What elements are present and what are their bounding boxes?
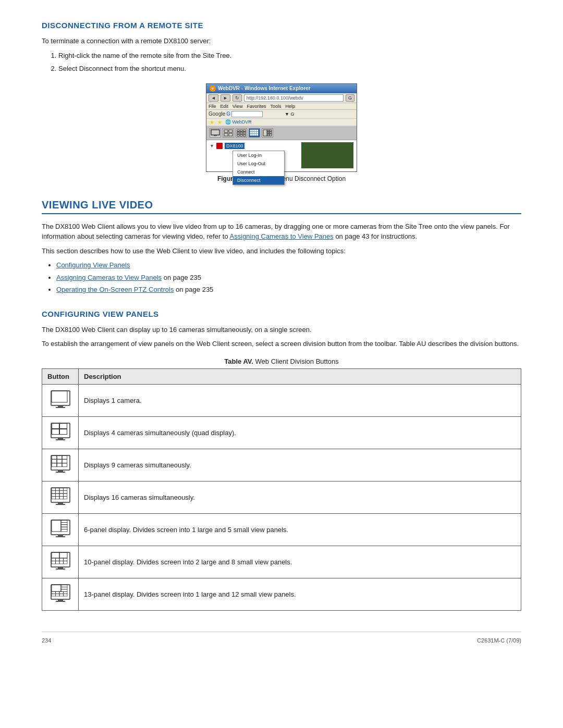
svg-rect-20 bbox=[252, 132, 254, 133]
webdvr-bookmark[interactable]: 🌐 WebDVR bbox=[225, 119, 252, 125]
svg-rect-13 bbox=[240, 134, 242, 137]
svg-rect-28 bbox=[267, 130, 269, 131]
browser-title: WebDVR - Windows Internet Explorer bbox=[218, 85, 311, 91]
svg-rect-37 bbox=[56, 407, 65, 408]
toolbar-btn-2[interactable] bbox=[223, 128, 234, 138]
svg-rect-75 bbox=[56, 504, 65, 505]
svg-rect-6 bbox=[237, 130, 239, 132]
svg-rect-3 bbox=[229, 130, 232, 132]
svg-rect-30 bbox=[267, 132, 269, 133]
svg-rect-5 bbox=[229, 133, 232, 136]
context-menu: User Log-In User Log-Out Connect Disconn… bbox=[232, 151, 285, 185]
table-cell-desc: Displays 1 camera. bbox=[79, 384, 521, 416]
screenshot-container: e WebDVR - Windows Internet Explorer ◄ ►… bbox=[42, 83, 521, 182]
toolbar-btn-3[interactable] bbox=[236, 128, 247, 138]
svg-rect-97 bbox=[56, 569, 65, 570]
svg-rect-0 bbox=[211, 130, 219, 135]
col-desc: Description bbox=[79, 368, 521, 384]
site-icon bbox=[216, 143, 223, 149]
ie-logo: e bbox=[210, 85, 216, 92]
link-configuring-view[interactable]: Configuring View Panels bbox=[56, 261, 130, 269]
table-cell-button bbox=[42, 513, 79, 546]
toolbar-btn-1[interactable] bbox=[210, 128, 221, 138]
configuring-para1: The DX8100 Web Client can display up to … bbox=[42, 325, 521, 335]
table-cell-desc: Displays 4 cameras simultaneously (quad … bbox=[79, 416, 521, 449]
viewing-intro1: The DX8100 Web Client allows you to view… bbox=[42, 221, 521, 242]
svg-rect-18 bbox=[256, 130, 258, 131]
table-cell-desc: Displays 9 cameras simultaneously. bbox=[79, 449, 521, 481]
link-ptz-controls[interactable]: Operating the On-Screen PTZ Controls bbox=[56, 286, 174, 293]
menu-view[interactable]: View bbox=[232, 104, 242, 109]
link-assigning-view[interactable]: Assigning Cameras to View Panels bbox=[56, 274, 162, 281]
table-row: Displays 1 camera. bbox=[42, 384, 521, 416]
camera-preview bbox=[301, 142, 353, 168]
back-btn[interactable]: ◄ bbox=[209, 94, 218, 102]
svg-rect-11 bbox=[243, 132, 246, 134]
svg-rect-2 bbox=[224, 130, 228, 132]
svg-rect-84 bbox=[56, 536, 65, 537]
star-icon-2: ★ bbox=[217, 119, 222, 125]
svg-rect-83 bbox=[58, 535, 63, 536]
context-user-logout[interactable]: User Log-Out bbox=[233, 159, 284, 168]
table-cell-button bbox=[42, 416, 79, 449]
division-table: Button Description Displays 1 camera. Di… bbox=[42, 368, 521, 611]
svg-rect-27 bbox=[263, 130, 267, 136]
browser-nav: ◄ ► ↻ http://192.160.0.100/webdv G bbox=[206, 93, 357, 103]
menu-edit[interactable]: Edit bbox=[221, 104, 229, 109]
svg-rect-9 bbox=[237, 132, 239, 134]
site-label[interactable]: DX8100 bbox=[225, 143, 245, 149]
context-disconnect[interactable]: Disconnect bbox=[233, 176, 284, 184]
svg-rect-7 bbox=[240, 130, 242, 132]
table-row: Displays 9 cameras simultaneously. bbox=[42, 449, 521, 481]
table-cell-button bbox=[42, 384, 79, 416]
table-row: 10-panel display. Divides screen into 2 … bbox=[42, 546, 521, 578]
menu-help[interactable]: Help bbox=[285, 104, 295, 109]
svg-rect-44 bbox=[56, 439, 65, 440]
browser-window: e WebDVR - Windows Internet Explorer ◄ ►… bbox=[206, 83, 357, 172]
toolbar-btn-4[interactable] bbox=[249, 128, 260, 138]
svg-rect-25 bbox=[254, 134, 256, 135]
svg-rect-16 bbox=[252, 130, 254, 131]
address-bar[interactable]: http://192.160.0.100/webdv bbox=[244, 94, 344, 102]
section-viewing: VIEWING LIVE VIDEO The DX8100 Web Client… bbox=[42, 199, 521, 295]
disconnecting-steps: Right-click the name of the remote site … bbox=[58, 51, 521, 74]
context-user-login[interactable]: User Log-In bbox=[233, 151, 284, 159]
disconnecting-intro: To terminate a connection with a remote … bbox=[42, 36, 521, 46]
table-cell-button bbox=[42, 481, 79, 513]
svg-rect-4 bbox=[224, 133, 228, 136]
svg-rect-8 bbox=[243, 130, 246, 132]
menu-file[interactable]: File bbox=[209, 104, 216, 109]
svg-rect-56 bbox=[56, 472, 65, 473]
table-cell-desc: 13-panel display. Divides screen into 1 … bbox=[79, 578, 521, 610]
svg-rect-22 bbox=[256, 132, 258, 133]
google-bar: Google G ▼ G bbox=[206, 110, 357, 119]
menu-tools[interactable]: Tools bbox=[270, 104, 281, 109]
bullet-item-3: Operating the On-Screen PTZ Controls on … bbox=[56, 285, 521, 295]
webdvr-toolbar bbox=[206, 126, 357, 140]
refresh-btn[interactable]: ↻ bbox=[232, 94, 242, 102]
go-btn[interactable]: G bbox=[346, 94, 354, 102]
svg-rect-15 bbox=[250, 130, 252, 131]
context-connect[interactable]: Connect bbox=[233, 168, 284, 176]
google-input[interactable] bbox=[231, 111, 263, 117]
svg-rect-33 bbox=[270, 134, 272, 136]
svg-rect-36 bbox=[58, 405, 63, 407]
svg-rect-23 bbox=[250, 134, 252, 135]
forward-btn[interactable]: ► bbox=[221, 94, 230, 102]
svg-rect-1 bbox=[214, 135, 217, 136]
viewing-intro2: This section describes how to use the We… bbox=[42, 246, 521, 256]
svg-rect-29 bbox=[270, 130, 272, 131]
dropdown-arrow: ▼ G bbox=[285, 112, 294, 117]
table-row: 6-panel display. Divides screen into 1 l… bbox=[42, 513, 521, 546]
menu-favorites[interactable]: Favorites bbox=[247, 104, 266, 109]
toolbar-btn-5[interactable] bbox=[262, 128, 273, 138]
link-assigning-cameras[interactable]: Assigning Cameras to View Panes bbox=[230, 232, 334, 240]
svg-rect-21 bbox=[254, 132, 256, 133]
table-cell-desc: Displays 16 cameras simultaneously. bbox=[79, 481, 521, 513]
svg-rect-24 bbox=[252, 134, 254, 135]
svg-rect-10 bbox=[240, 132, 242, 134]
svg-rect-12 bbox=[237, 134, 239, 137]
table-cell-button bbox=[42, 546, 79, 578]
svg-rect-111 bbox=[58, 599, 63, 601]
bookmarks-bar: ★ ★ 🌐 WebDVR bbox=[206, 119, 357, 126]
